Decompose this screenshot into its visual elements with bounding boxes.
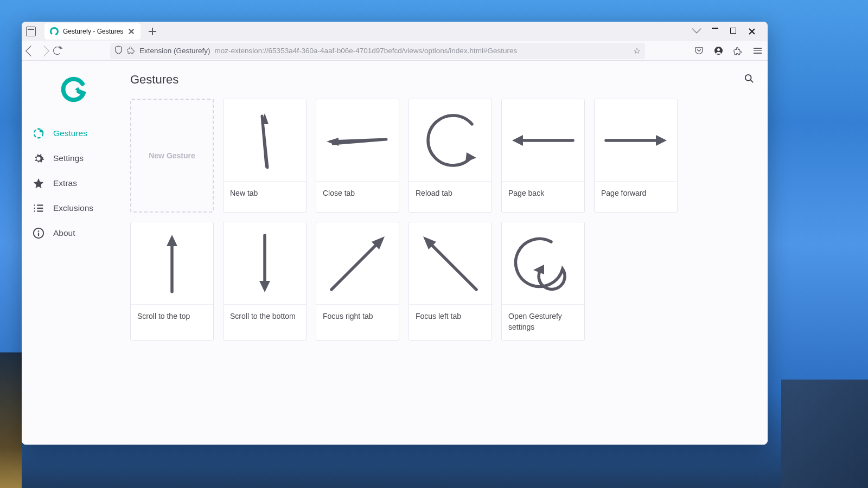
gesture-shape-icon xyxy=(595,99,677,182)
main-panel: Gestures New Gesture New tab xyxy=(117,61,768,445)
svg-point-11 xyxy=(38,230,40,232)
sidebar-item-extras[interactable]: Extras xyxy=(33,171,117,196)
maximize-icon[interactable] xyxy=(730,28,736,34)
svg-point-3 xyxy=(40,130,43,133)
overflow-chevron-icon[interactable] xyxy=(692,24,701,34)
gesture-label: Close tab xyxy=(316,182,399,207)
url-extension-label: Extension (Gesturefy) xyxy=(139,47,210,55)
gesture-label: New tab xyxy=(224,182,306,207)
menu-icon[interactable] xyxy=(752,46,762,56)
address-bar[interactable]: Extension (Gesturefy) moz-extension://65… xyxy=(110,43,645,59)
extension-icon xyxy=(127,46,135,56)
sidebar-item-label: About xyxy=(53,228,75,238)
gesture-card-close-tab[interactable]: Close tab xyxy=(316,99,399,213)
window-controls xyxy=(693,28,763,35)
page-content: Gestures Settings Extras Exclusions Abou… xyxy=(22,61,768,445)
sidebar-item-about[interactable]: About xyxy=(33,221,117,246)
gesture-shape-icon xyxy=(224,99,306,182)
gesture-label: Page back xyxy=(502,182,584,207)
gesture-shape-icon xyxy=(502,222,584,305)
gesture-card-reload-tab[interactable]: Reload tab xyxy=(409,99,492,213)
gesture-card-open-settings[interactable]: Open Gesturefy settings xyxy=(501,222,585,341)
gesture-label: Focus right tab xyxy=(316,305,399,336)
sidebar-item-exclusions[interactable]: Exclusions xyxy=(33,196,117,221)
svg-line-14 xyxy=(751,80,754,82)
reload-icon[interactable] xyxy=(53,47,61,55)
forward-icon xyxy=(39,46,49,56)
svg-point-1 xyxy=(717,48,720,51)
new-gesture-label: New Gesture xyxy=(149,151,195,160)
gesture-label: Reload tab xyxy=(409,182,492,207)
close-tab-icon[interactable] xyxy=(127,28,135,35)
gesture-card-scroll-top[interactable]: Scroll to the top xyxy=(130,222,214,341)
gesture-shape-icon xyxy=(316,99,399,182)
close-window-icon[interactable] xyxy=(748,28,756,35)
gesture-shape-icon xyxy=(409,222,492,305)
sidebar-item-label: Extras xyxy=(53,178,77,188)
gesture-shape-icon xyxy=(224,222,306,305)
svg-line-19 xyxy=(331,242,379,290)
gesture-shape-icon xyxy=(502,99,584,182)
gesture-grid: New Gesture New tab Close tab xyxy=(130,99,754,341)
gesturefy-favicon-icon xyxy=(50,27,59,36)
sidebar-item-gestures[interactable]: Gestures xyxy=(33,121,117,146)
list-icon xyxy=(33,202,44,214)
gesture-label: Scroll to the top xyxy=(131,305,213,330)
sidebar: Gestures Settings Extras Exclusions Abou… xyxy=(22,61,117,445)
gesture-card-page-back[interactable]: Page back xyxy=(501,99,585,213)
gesture-card-new-tab[interactable]: New tab xyxy=(223,99,307,213)
sidebar-item-settings[interactable]: Settings xyxy=(33,146,117,171)
nav-toolbar: Extension (Gesturefy) moz-extension://65… xyxy=(22,41,768,61)
new-tab-button[interactable] xyxy=(146,25,159,38)
account-icon[interactable] xyxy=(713,46,723,56)
gesture-label: Scroll to the bottom xyxy=(224,305,306,336)
toolbar-right xyxy=(694,46,762,56)
gestures-icon xyxy=(33,127,44,139)
gesture-card-focus-left[interactable]: Focus left tab xyxy=(409,222,492,341)
page-header: Gestures xyxy=(130,73,754,87)
svg-rect-12 xyxy=(38,233,39,236)
sidebar-item-label: Exclusions xyxy=(53,203,93,213)
gesture-shape-icon xyxy=(131,222,213,305)
extensions-icon[interactable] xyxy=(733,46,743,56)
page-title: Gestures xyxy=(130,73,178,87)
tab-title: Gesturefy - Gestures xyxy=(63,28,123,35)
tab-bar: Gesturefy - Gestures xyxy=(22,22,768,41)
sidebar-item-label: Settings xyxy=(53,153,84,163)
url-path: moz-extension://65353a4f-360a-4aaf-b06e-… xyxy=(215,47,518,55)
bookmark-star-icon[interactable]: ☆ xyxy=(633,46,641,56)
gesture-label: Open Gesturefy settings xyxy=(502,305,584,340)
gesture-label: Page forward xyxy=(595,182,677,207)
new-gesture-card[interactable]: New Gesture xyxy=(130,99,214,213)
svg-point-13 xyxy=(745,74,751,80)
browser-tab[interactable]: Gesturefy - Gestures xyxy=(44,23,141,40)
gesture-shape-icon xyxy=(409,99,492,182)
info-icon xyxy=(33,227,44,239)
gesture-card-scroll-bottom[interactable]: Scroll to the bottom xyxy=(223,222,307,341)
browser-window: Gesturefy - Gestures Extension (Gesturef… xyxy=(22,22,768,445)
recent-pages-icon[interactable] xyxy=(26,27,36,36)
shield-icon xyxy=(114,46,123,56)
star-icon xyxy=(33,177,44,189)
gesture-label: Focus left tab xyxy=(409,305,492,336)
gesture-card-focus-right[interactable]: Focus right tab xyxy=(316,222,399,341)
gesture-card-page-forward[interactable]: Page forward xyxy=(594,99,678,213)
gear-icon xyxy=(33,152,44,164)
search-icon[interactable] xyxy=(744,74,754,86)
minimize-icon[interactable] xyxy=(712,28,718,29)
gesture-shape-icon xyxy=(316,222,399,305)
svg-line-20 xyxy=(429,242,476,290)
sidebar-item-label: Gestures xyxy=(53,129,87,138)
gesturefy-logo-icon xyxy=(60,74,90,105)
pocket-icon[interactable] xyxy=(694,46,704,56)
plus-icon xyxy=(149,28,156,35)
back-icon[interactable] xyxy=(25,46,36,56)
